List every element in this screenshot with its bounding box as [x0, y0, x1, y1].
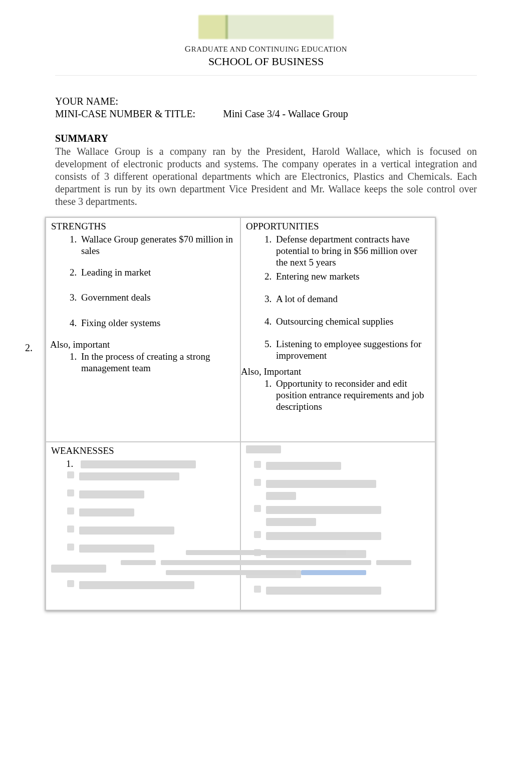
obscured-text — [81, 460, 196, 468]
obscured-item — [266, 460, 430, 469]
weaknesses-first-marker: 1. — [51, 458, 235, 469]
strengths-also-list: In the process of creating a strong mana… — [51, 351, 235, 374]
list-item: Opportunity to reconsider and edit posit… — [274, 378, 430, 412]
strengths-title: STRENGTHS — [51, 221, 235, 232]
obscured-item — [266, 530, 430, 539]
obscured-item — [79, 506, 235, 515]
threats-cell — [240, 442, 435, 610]
list-item: Fixing older systems — [79, 318, 235, 329]
case-row: MINI-CASE NUMBER & TITLE: Mini Case 3/4 … — [55, 108, 477, 120]
strengths-list: Wallace Group generates $70 million in s… — [51, 234, 235, 329]
weaknesses-cell: WEAKNESSES 1. — [46, 442, 240, 610]
obscured-item — [266, 478, 430, 495]
strengths-cell: STRENGTHS Wallace Group generates $70 mi… — [46, 217, 240, 442]
weaknesses-obscured-list — [51, 470, 235, 552]
list-item: Wallace Group generates $70 million in s… — [79, 234, 235, 257]
opportunities-also-label: Also, Important — [241, 366, 430, 377]
obscured-item — [79, 470, 235, 479]
list-item: Defense department contracts have potent… — [274, 234, 430, 268]
summary-text: The Wallace Group is a company ran by th… — [55, 145, 477, 208]
opportunities-list: Defense department contracts have potent… — [246, 234, 430, 361]
document-page: GRADUATE AND CONTINUING EDUCATION SCHOOL… — [0, 0, 532, 611]
university-logo — [198, 15, 334, 39]
footer-obscured — [0, 549, 532, 579]
threats-obscured-list — [246, 460, 430, 557]
threats-obscured-also — [246, 585, 430, 594]
opportunities-title: OPPORTUNITIES — [246, 221, 430, 232]
obscured-item — [266, 585, 430, 594]
strengths-also-label: Also, important — [50, 339, 235, 350]
header-subline-1: GRADUATE AND CONTINUING EDUCATION — [55, 44, 477, 54]
opportunities-cell: OPPORTUNITIES Defense department contrac… — [240, 217, 435, 442]
list-item: A lot of demand — [274, 294, 430, 305]
case-label: MINI-CASE NUMBER & TITLE: — [55, 108, 195, 120]
weaknesses-obscured-also — [51, 579, 235, 588]
list-item: Leading in market — [79, 267, 235, 279]
document-header: GRADUATE AND CONTINUING EDUCATION SCHOOL… — [55, 10, 477, 76]
case-value: Mini Case 3/4 - Wallace Group — [223, 108, 348, 120]
name-row: YOUR NAME: — [55, 96, 477, 107]
list-item: Entering new markets — [274, 271, 430, 283]
threats-title-obscured — [246, 445, 281, 453]
swot-row-bottom: WEAKNESSES 1. — [46, 442, 435, 610]
weaknesses-title: WEAKNESSES — [51, 445, 235, 456]
list-item: Government deals — [79, 292, 235, 304]
obscured-item — [266, 504, 430, 521]
opportunities-also-list: Opportunity to reconsider and edit posit… — [246, 378, 430, 412]
summary-title: SUMMARY — [55, 133, 477, 144]
swot-row-top: STRENGTHS Wallace Group generates $70 mi… — [46, 217, 435, 442]
header-subline-2: SCHOOL OF BUSINESS — [55, 55, 477, 68]
list-item: In the process of creating a strong mana… — [79, 351, 235, 374]
obscured-item — [79, 525, 235, 534]
obscured-item — [79, 488, 235, 497]
obscured-item — [79, 579, 235, 588]
list-item: Listening to employee suggestions for im… — [274, 339, 430, 362]
name-label: YOUR NAME: — [55, 96, 118, 107]
list-item: Outsourcing chemical supplies — [274, 316, 430, 328]
stray-number: 2. — [25, 342, 33, 354]
